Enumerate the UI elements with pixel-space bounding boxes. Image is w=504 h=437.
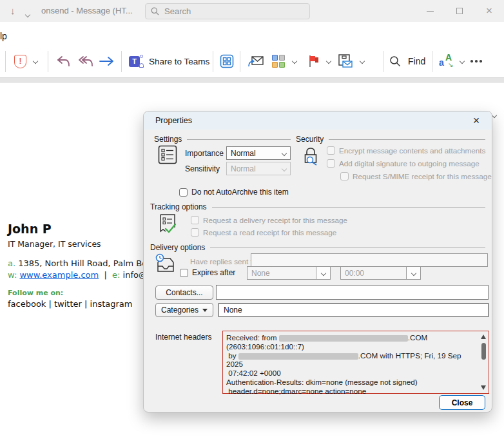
toolbar-separator — [213, 51, 213, 72]
sensitivity-value: Normal — [231, 164, 256, 173]
reply-all-icon — [77, 55, 95, 68]
autoarchive-label: Do not AutoArchive this item — [191, 188, 289, 197]
headers-scrollbar[interactable] — [479, 332, 488, 393]
expires-time-dropdown-button[interactable] — [407, 266, 421, 280]
security-group-label: Security — [296, 135, 324, 144]
report-shield-icon: ! — [14, 55, 26, 68]
ellipsis-icon — [470, 60, 482, 63]
sensitivity-dropdown: Normal — [226, 162, 291, 175]
importance-value: Normal — [231, 149, 256, 158]
encrypt-checkbox-row: Encrypt message contents and attachments — [327, 146, 485, 155]
read-receipt-label: Request a read receipt for this message — [203, 228, 336, 237]
categories-button[interactable]: Categories — [155, 303, 213, 317]
menu-fragment-help[interactable]: lp — [0, 31, 7, 41]
expires-date-combo[interactable]: None — [247, 266, 331, 280]
chevron-down-icon — [326, 59, 331, 64]
delivery-receipt-checkbox-row: Request a delivery receipt for this mess… — [191, 216, 347, 224]
importance-label: Importance — [185, 149, 224, 158]
website-link[interactable]: www.example.com — [19, 270, 99, 280]
reply-button[interactable] — [55, 45, 72, 77]
signature-follow-label: Follow me on: — [8, 289, 152, 297]
search-box[interactable] — [145, 3, 310, 19]
divider-pipe: | — [104, 270, 106, 280]
security-lock-icon — [301, 146, 322, 166]
delivery-receipt-checkbox — [191, 216, 199, 224]
signature-social-links[interactable]: facebook | twitter | instagram — [8, 299, 152, 309]
properties-dialog: Properties × Settings Security Importanc… — [143, 111, 492, 413]
have-replies-input[interactable] — [251, 253, 488, 267]
ribbon-bottom-band — [0, 77, 504, 83]
signature-name: John P — [8, 222, 152, 236]
teams-icon: T — [129, 56, 140, 67]
delivery-receipt-label: Request a delivery receipt for this mess… — [203, 216, 347, 224]
expires-time-combo[interactable]: 00:00 — [340, 266, 421, 280]
save-item-button[interactable] — [337, 45, 364, 77]
smime-checkbox-row: Request S/MIME receipt for this message — [340, 172, 492, 180]
contacts-button[interactable]: Contacts... — [155, 286, 213, 300]
expires-label: Expires after — [192, 268, 235, 277]
reply-all-button[interactable] — [77, 45, 95, 77]
expires-checkbox[interactable] — [180, 269, 188, 277]
follow-up-button[interactable] — [307, 45, 331, 77]
chevron-down-icon — [360, 59, 365, 64]
expires-date-value: None — [247, 266, 316, 280]
dialog-title: Properties — [155, 116, 192, 125]
importance-dropdown[interactable]: Normal — [226, 146, 291, 160]
apps-button[interactable] — [220, 45, 234, 77]
email-prefix: e: — [112, 270, 120, 280]
scroll-thumb[interactable] — [481, 343, 486, 360]
toolbar-separator — [5, 51, 6, 72]
signature-role: IT Manager, IT services — [8, 239, 152, 249]
download-arrow-icon[interactable]: ↓ — [10, 5, 15, 16]
settings-group-label: Settings — [154, 135, 182, 144]
internet-headers-text: Received: from .COM(2603:1096:c01:1d0::7… — [226, 333, 477, 396]
expires-date-dropdown-button[interactable] — [316, 266, 331, 280]
share-to-teams-button[interactable]: T Share to Teams — [129, 45, 209, 77]
reply-icon — [55, 55, 72, 68]
autoarchive-checkbox[interactable] — [179, 188, 188, 197]
contacts-field[interactable] — [216, 285, 489, 300]
have-replies-field[interactable] — [251, 254, 487, 266]
chevron-down-icon — [33, 59, 38, 64]
collapse-ribbon-button[interactable] — [492, 108, 496, 120]
close-button[interactable]: Close — [439, 395, 485, 410]
encrypt-label: Encrypt message contents and attachments — [339, 146, 485, 155]
apps-grid-icon — [220, 54, 234, 68]
toolbar-separator — [383, 51, 383, 72]
scroll-up-icon[interactable] — [481, 335, 486, 339]
move-to-button[interactable] — [247, 45, 264, 77]
more-options-button[interactable] — [470, 45, 482, 77]
digital-signature-checkbox — [327, 159, 335, 168]
search-input[interactable] — [164, 4, 287, 19]
toolbar-separator — [432, 51, 432, 72]
find-magnifier-icon — [389, 55, 401, 67]
customize-quick-access-icon[interactable] — [24, 8, 32, 19]
smime-checkbox — [340, 172, 349, 180]
address-text: 1385, North Hill Road, Palm Bea — [15, 258, 152, 268]
translate-icon: A a ↘ — [439, 53, 454, 69]
categories-field[interactable]: None — [218, 303, 489, 317]
categorize-button[interactable] — [272, 45, 296, 77]
find-button[interactable]: Find — [389, 45, 425, 77]
dialog-close-icon[interactable]: × — [469, 113, 484, 128]
web-prefix: w: — [8, 270, 17, 280]
chevron-down-icon — [282, 150, 287, 155]
window-close-button[interactable]: × — [474, 0, 504, 22]
internet-headers-box[interactable]: Received: from .COM(2603:1096:c01:1d0::7… — [222, 331, 489, 394]
dropdown-triangle-icon — [202, 309, 208, 312]
move-envelope-icon — [247, 54, 264, 68]
categories-button-label: Categories — [161, 306, 199, 315]
report-message-button[interactable]: ! — [14, 45, 37, 77]
signature-web-email: w: www.example.com | e: info@e — [8, 270, 152, 280]
minimize-button[interactable] — [415, 0, 445, 22]
expires-checkbox-row[interactable]: Expires after — [180, 268, 235, 277]
autoarchive-checkbox-row[interactable]: Do not AutoArchive this item — [179, 188, 289, 197]
maximize-button[interactable] — [445, 0, 474, 22]
translate-button[interactable]: A a ↘ — [439, 45, 464, 77]
read-receipt-checkbox — [191, 228, 199, 237]
tracking-receipt-icon — [158, 213, 180, 235]
forward-button[interactable] — [99, 45, 115, 77]
tracking-group-label: Tracking options — [150, 202, 207, 211]
read-receipt-checkbox-row: Request a read receipt for this message — [191, 228, 336, 237]
scroll-down-icon[interactable] — [481, 385, 486, 390]
